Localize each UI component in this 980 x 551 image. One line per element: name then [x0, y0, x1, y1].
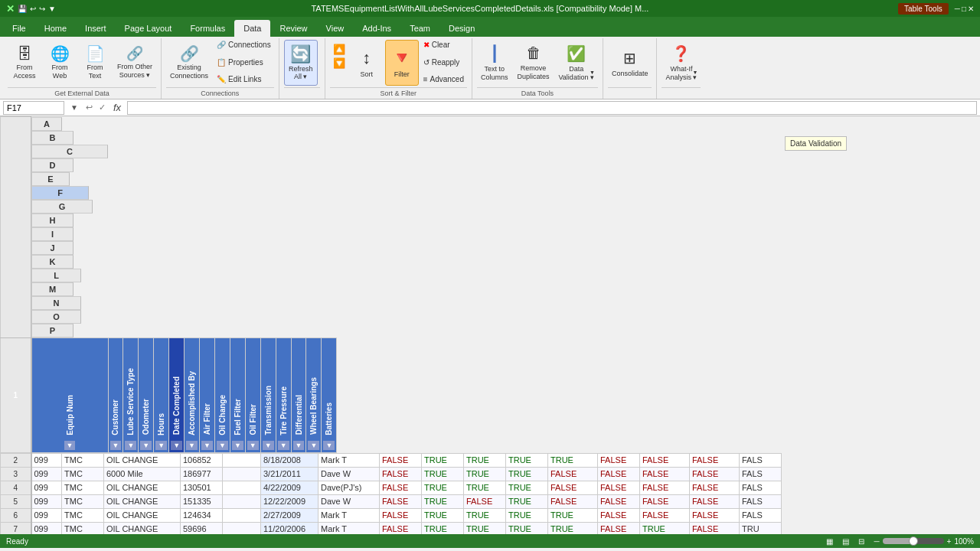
select-all-button[interactable]	[1, 117, 31, 338]
what-if-analysis-button[interactable]: ❓ What-IfAnalysis ▾	[662, 40, 701, 86]
cell-3-D[interactable]: 186977	[181, 467, 223, 481]
cell-7-G[interactable]: Mark T	[318, 522, 380, 534]
view-page-break-icon[interactable]: ⊟	[858, 537, 864, 546]
col-header-E[interactable]: E	[31, 172, 70, 186]
data-validation-button[interactable]: ✅ DataValidation ▾ Data Validation	[555, 40, 598, 86]
cell-6-K[interactable]: TRUE	[506, 508, 548, 522]
from-access-button[interactable]: 🗄 FromAccess	[8, 40, 41, 86]
tab-formulas[interactable]: Formulas	[181, 20, 234, 37]
cell-4-P[interactable]: FALS	[740, 481, 782, 494]
cell-6-E[interactable]	[223, 508, 261, 522]
cell-2-I[interactable]: TRUE	[422, 453, 464, 467]
cell-4-G[interactable]: Dave(PJ's)	[318, 481, 380, 494]
col-header-O[interactable]: O	[31, 310, 81, 324]
maximize-icon[interactable]: □	[962, 5, 966, 13]
col-header-I[interactable]: I	[31, 227, 74, 241]
tab-review[interactable]: Review	[270, 20, 316, 37]
tab-design[interactable]: Design	[439, 20, 484, 37]
connections-button[interactable]: 🔗 Connections	[214, 40, 274, 50]
formula-input[interactable]	[127, 101, 977, 115]
cell-2-K[interactable]: TRUE	[506, 453, 548, 467]
col-header-F[interactable]: F	[31, 186, 89, 200]
cell-2-D[interactable]: 106852	[181, 453, 223, 467]
zoom-slider[interactable]	[883, 538, 944, 544]
col-header-N[interactable]: N	[31, 296, 81, 310]
cell-5-F[interactable]: 12/22/2009	[261, 494, 318, 508]
cell-2-M[interactable]: FALSE	[598, 453, 640, 467]
cell-7-P[interactable]: TRU	[740, 522, 782, 534]
filter-dropdown-J[interactable]: ▼	[232, 441, 243, 450]
cell-3-G[interactable]: Dave W	[318, 467, 380, 481]
cell-2-N[interactable]: FALSE	[640, 453, 690, 467]
cell-6-N[interactable]: FALSE	[640, 508, 690, 522]
cell-3-E[interactable]	[223, 467, 261, 481]
cell-2-E[interactable]	[223, 453, 261, 467]
cell-2-O[interactable]: FALSE	[690, 453, 740, 467]
filter-dropdown-C[interactable]: ▼	[125, 441, 136, 450]
clear-button[interactable]: ✖ Clear	[420, 40, 467, 50]
filter-dropdown-O[interactable]: ▼	[308, 441, 319, 450]
filter-dropdown-B[interactable]: ▼	[110, 441, 122, 450]
cell-3-A[interactable]: 099	[31, 467, 62, 481]
cell-3-B[interactable]: TMC	[62, 467, 104, 481]
cell-6-M[interactable]: FALSE	[598, 508, 640, 522]
cell-5-N[interactable]: FALSE	[640, 494, 690, 508]
cell-7-N[interactable]: TRUE	[640, 522, 690, 534]
cell-5-E[interactable]	[223, 494, 261, 508]
cell-2-H[interactable]: FALSE	[380, 453, 422, 467]
col-header-A[interactable]: A	[31, 117, 62, 131]
cell-4-M[interactable]: FALSE	[598, 481, 640, 494]
cell-5-P[interactable]: FALS	[740, 494, 782, 508]
col-header-J[interactable]: J	[31, 241, 74, 255]
from-text-button[interactable]: 📄 FromText	[78, 40, 112, 86]
filter-dropdown-F[interactable]: ▼	[171, 441, 182, 450]
cell-4-C[interactable]: OIL CHANGE	[104, 481, 181, 494]
cell-5-K[interactable]: TRUE	[506, 494, 548, 508]
cell-3-P[interactable]: FALS	[740, 467, 782, 481]
col-header-M[interactable]: M	[31, 282, 74, 296]
col-header-C[interactable]: C	[31, 145, 108, 158]
cell-4-A[interactable]: 099	[31, 481, 62, 494]
cell-7-M[interactable]: FALSE	[598, 522, 640, 534]
cell-4-D[interactable]: 130501	[181, 481, 223, 494]
cell-2-C[interactable]: OIL CHANGE	[104, 453, 181, 467]
cell-3-F[interactable]: 3/21/2011	[261, 467, 318, 481]
formula-expand-button[interactable]: ▼	[67, 103, 81, 112]
cell-5-M[interactable]: FALSE	[598, 494, 640, 508]
cell-6-G[interactable]: Mark T	[318, 508, 380, 522]
cell-4-F[interactable]: 4/22/2009	[261, 481, 318, 494]
cell-4-J[interactable]: TRUE	[464, 481, 506, 494]
undo-formula-icon[interactable]: ↩	[84, 103, 94, 112]
cell-5-G[interactable]: Dave W	[318, 494, 380, 508]
col-header-B[interactable]: B	[31, 131, 74, 145]
cell-4-K[interactable]: TRUE	[506, 481, 548, 494]
row-num-4[interactable]: 4	[1, 481, 31, 494]
col-header-P[interactable]: P	[31, 324, 74, 337]
accept-formula-icon[interactable]: ✓	[97, 103, 107, 112]
tab-team[interactable]: Team	[400, 20, 439, 37]
filter-dropdown-M[interactable]: ▼	[278, 441, 289, 450]
cell-3-I[interactable]: TRUE	[422, 467, 464, 481]
tab-page-layout[interactable]: Page Layout	[116, 20, 181, 37]
cell-4-I[interactable]: TRUE	[422, 481, 464, 494]
cell-3-N[interactable]: FALSE	[640, 467, 690, 481]
cell-6-L[interactable]: TRUE	[548, 508, 598, 522]
cell-7-I[interactable]: TRUE	[422, 522, 464, 534]
row-num-1[interactable]: 1	[1, 337, 31, 452]
remove-duplicates-button[interactable]: 🗑 RemoveDuplicates	[514, 40, 554, 86]
cell-5-I[interactable]: TRUE	[422, 494, 464, 508]
cell-4-N[interactable]: FALSE	[640, 481, 690, 494]
cell-7-O[interactable]: FALSE	[690, 522, 740, 534]
customize-qat-icon[interactable]: ▼	[48, 5, 56, 13]
filter-dropdown-G[interactable]: ▼	[186, 441, 198, 450]
existing-connections-button[interactable]: 🔗 ExistingConnections	[166, 40, 212, 86]
zoom-in-icon[interactable]: +	[947, 537, 952, 546]
edit-links-button[interactable]: ✏️ Edit Links	[214, 74, 274, 84]
cell-6-D[interactable]: 124634	[181, 508, 223, 522]
cell-7-B[interactable]: TMC	[62, 522, 104, 534]
cell-5-A[interactable]: 099	[31, 494, 62, 508]
cell-2-P[interactable]: FALS	[740, 453, 782, 467]
close-icon[interactable]: ✕	[968, 5, 974, 13]
cell-5-H[interactable]: FALSE	[380, 494, 422, 508]
tab-file[interactable]: File	[3, 20, 35, 37]
